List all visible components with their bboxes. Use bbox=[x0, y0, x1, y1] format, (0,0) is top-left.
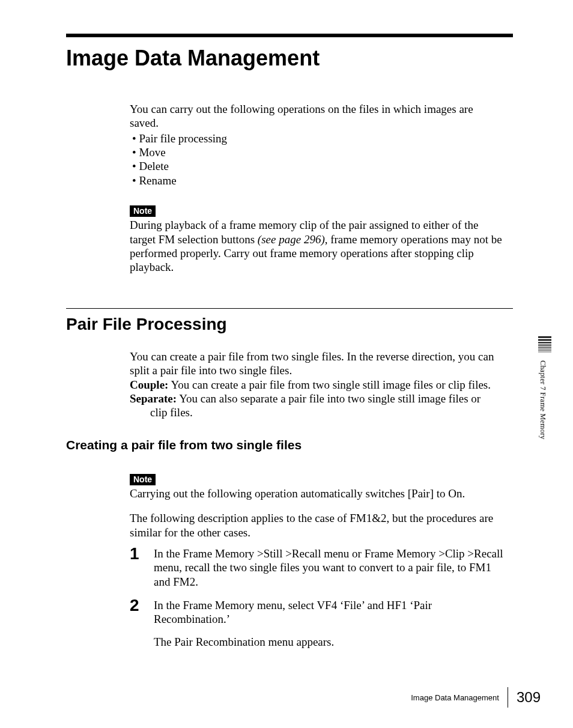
footer: Image Data Management 309 bbox=[411, 687, 541, 708]
title-rule bbox=[66, 34, 513, 37]
side-tab-text: Chapter 7 Frame Memory bbox=[538, 360, 547, 440]
note-badge: Note bbox=[130, 474, 156, 485]
list-item: Rename bbox=[132, 174, 503, 187]
definition-separate: Separate: You can also separate a pair f… bbox=[130, 392, 503, 420]
note-2-body: Carrying out the following operation aut… bbox=[130, 487, 503, 500]
list-item: Delete bbox=[132, 159, 503, 173]
page-title: Image Data Management bbox=[66, 46, 537, 71]
operations-list: Pair file processing Move Delete Rename bbox=[130, 132, 503, 187]
section-title: Pair File Processing bbox=[66, 315, 537, 334]
note-1-body: During playback of a frame memory clip o… bbox=[130, 218, 503, 274]
list-item: Move bbox=[132, 145, 503, 159]
intro-paragraph: You can carry out the following operatio… bbox=[130, 102, 503, 130]
step-text: In the Frame Memory menu, select VF4 ‘Fi… bbox=[154, 598, 503, 626]
step-1: 1 In the Frame Memory >Still >Recall men… bbox=[130, 547, 503, 589]
footer-separator bbox=[508, 687, 508, 708]
step-number: 1 bbox=[130, 545, 154, 562]
term-separate: Separate: bbox=[130, 392, 177, 405]
sub-heading: Creating a pair file from two single fil… bbox=[66, 438, 513, 452]
page-number: 309 bbox=[517, 689, 541, 706]
step-2: 2 In the Frame Memory menu, select VF4 ‘… bbox=[130, 598, 503, 649]
body-couple: You can create a pair file from two sing… bbox=[168, 378, 491, 391]
body-separate-b: clip files. bbox=[150, 405, 503, 419]
list-item: Pair file processing bbox=[132, 132, 503, 145]
steps: 1 In the Frame Memory >Still >Recall men… bbox=[130, 547, 503, 649]
section-rule bbox=[66, 308, 513, 309]
step-text: In the Frame Memory >Still >Recall menu … bbox=[154, 547, 503, 589]
step-result: The Pair Recombination menu appears. bbox=[154, 635, 503, 649]
case-intro: The following description applies to the… bbox=[130, 511, 503, 539]
definition-couple: Couple: You can create a pair file from … bbox=[130, 378, 503, 392]
step-number: 2 bbox=[130, 597, 154, 614]
term-couple: Couple: bbox=[130, 378, 168, 391]
thumb-index-icon bbox=[538, 336, 551, 354]
body-separate-a: You can also separate a pair file into t… bbox=[177, 392, 481, 405]
note-badge: Note bbox=[130, 205, 156, 217]
note-1-reference: (see page 296) bbox=[258, 233, 325, 246]
side-tab: Chapter 7 Frame Memory bbox=[538, 336, 551, 440]
definitions: Couple: You can create a pair file from … bbox=[130, 378, 503, 420]
footer-section-label: Image Data Management bbox=[411, 693, 499, 702]
pair-intro: You can create a pair file from two sing… bbox=[130, 350, 503, 378]
